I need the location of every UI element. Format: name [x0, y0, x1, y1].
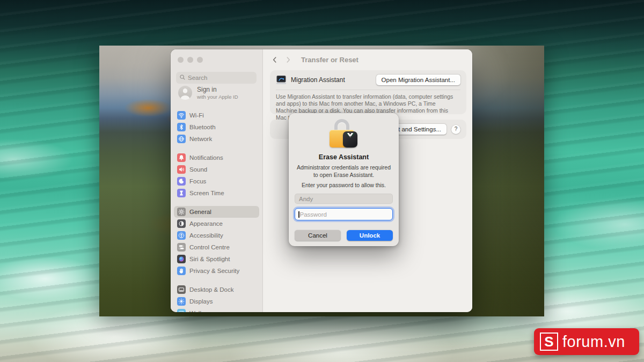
sforum-s-icon: S	[540, 333, 558, 351]
hand-icon	[177, 267, 186, 275]
sforum-watermark: S forum.vn	[534, 328, 639, 355]
bluetooth-icon	[177, 123, 186, 131]
settings-sidebar: Sign in with your Apple ID Wi-FiBluetoot…	[171, 49, 263, 312]
dialog-message: Administrator credentials are required t…	[295, 164, 392, 179]
sidebar-group: GeneralAppearanceAccessibilityControl Ce…	[174, 206, 259, 277]
search-field[interactable]	[176, 72, 257, 84]
migration-assistant-icon	[276, 75, 287, 85]
sidebar-item-label: Bluetooth	[189, 124, 216, 130]
sidebar-item-privacy-security[interactable]: Privacy & Security	[174, 265, 259, 277]
sidebar-item-desktop-dock[interactable]: Desktop & Dock	[174, 284, 259, 295]
sidebar-group: NotificationsSoundFocusScreen Time	[174, 152, 259, 199]
wallpaper-icon	[177, 309, 186, 312]
accessibility-icon	[177, 231, 186, 240]
dialog-prompt: Enter your password to allow this.	[294, 182, 393, 188]
sidebar-item-label: Network	[189, 136, 212, 142]
sidebar-item-label: Displays	[189, 298, 213, 305]
password-input[interactable]	[300, 211, 390, 218]
sidebar-item-accessibility[interactable]: Accessibility	[174, 230, 259, 241]
sidebar-item-label: Control Centre	[189, 244, 230, 250]
forward-button[interactable]	[285, 56, 291, 63]
globe-icon	[177, 135, 186, 143]
sidebar-item-label: Accessibility	[189, 232, 223, 239]
sidebar-item-label: Appearance	[189, 220, 223, 227]
dialog-title: Erase Assistant	[289, 153, 399, 161]
search-icon	[179, 73, 186, 83]
sidebar-item-general[interactable]: General	[174, 206, 259, 218]
sidebar-item-network[interactable]: Network	[174, 133, 259, 145]
window-controls	[178, 57, 203, 63]
open-migration-assistant-button[interactable]: Open Migration Assistant...	[376, 75, 460, 85]
screenshot: Sign in with your Apple ID Wi-FiBluetoot…	[0, 0, 644, 362]
search-input[interactable]	[188, 75, 253, 81]
main-header: Transfer or Reset	[263, 49, 472, 70]
sforum-name: forum.vn	[562, 333, 625, 351]
migration-assistant-card: Migration Assistant Open Migration Assis…	[270, 70, 466, 114]
sidebar-item-label: Notifications	[189, 154, 223, 161]
sidebar-group: Desktop & DockDisplaysWallpaper	[174, 284, 259, 312]
sidebar-item-sign-in[interactable]: Sign in with your Apple ID	[178, 86, 259, 100]
appearance-icon	[177, 219, 186, 228]
help-button[interactable]: ?	[451, 125, 460, 134]
sun-icon	[177, 297, 186, 306]
zoom-button[interactable]	[197, 57, 203, 63]
bell-icon	[177, 153, 186, 162]
password-field[interactable]	[295, 208, 393, 220]
text-caret	[298, 211, 299, 218]
sidebar-item-bluetooth[interactable]: Bluetooth	[174, 121, 259, 133]
sidebar-item-label: Wallpaper	[189, 310, 217, 312]
dock-icon	[177, 285, 186, 294]
sign-in-title: Sign in	[197, 86, 238, 93]
migration-assistant-title: Migration Assistant	[291, 76, 376, 84]
sidebar-nav: Wi-FiBluetoothNetworkNotificationsSoundF…	[174, 109, 259, 312]
sign-in-subtitle: with your Apple ID	[197, 94, 238, 100]
sidebar-item-wallpaper[interactable]: Wallpaper	[174, 307, 259, 312]
apple-id-avatar-icon	[178, 86, 192, 100]
lock-icon	[330, 116, 358, 150]
close-button[interactable]	[178, 57, 184, 63]
sidebar-item-appearance[interactable]: Appearance	[174, 218, 259, 230]
sidebar-item-notifications[interactable]: Notifications	[174, 152, 259, 164]
gear-icon	[177, 208, 186, 216]
erase-assistant-auth-dialog: Erase Assistant Administrator credential…	[289, 113, 399, 246]
hourglass-icon	[177, 189, 186, 197]
toggles-icon	[177, 243, 186, 252]
sidebar-item-label: General	[189, 209, 211, 215]
sidebar-item-displays[interactable]: Displays	[174, 295, 259, 307]
siri-icon	[177, 255, 186, 263]
page-title: Transfer or Reset	[301, 56, 358, 64]
sidebar-item-focus[interactable]: Focus	[174, 175, 259, 187]
sidebar-item-screen-time[interactable]: Screen Time	[174, 187, 259, 199]
sidebar-item-label: Privacy & Security	[189, 268, 239, 274]
sidebar-item-label: Siri & Spotlight	[189, 256, 230, 262]
sidebar-item-label: Focus	[189, 178, 206, 184]
back-button[interactable]	[271, 56, 277, 63]
speaker-icon	[177, 165, 186, 174]
tuxedo-avatar-icon	[343, 131, 357, 147]
sidebar-item-control-centre[interactable]: Control Centre	[174, 241, 259, 253]
sidebar-item-label: Sound	[189, 166, 207, 173]
sidebar-item-siri-spotlight[interactable]: Siri & Spotlight	[174, 253, 259, 265]
username-field[interactable]	[295, 194, 393, 204]
sidebar-group: Wi-FiBluetoothNetwork	[174, 109, 259, 145]
unlock-button[interactable]: Unlock	[347, 230, 393, 241]
minimize-button[interactable]	[187, 57, 193, 63]
sidebar-item-wi-fi[interactable]: Wi-Fi	[174, 109, 259, 121]
sidebar-item-sound[interactable]: Sound	[174, 164, 259, 175]
cancel-button[interactable]: Cancel	[295, 230, 341, 241]
sidebar-item-label: Desktop & Dock	[189, 286, 233, 293]
wifi-icon	[177, 111, 186, 120]
sidebar-item-label: Screen Time	[189, 190, 224, 196]
sidebar-item-label: Wi-Fi	[189, 112, 204, 119]
moon-icon	[177, 177, 186, 186]
